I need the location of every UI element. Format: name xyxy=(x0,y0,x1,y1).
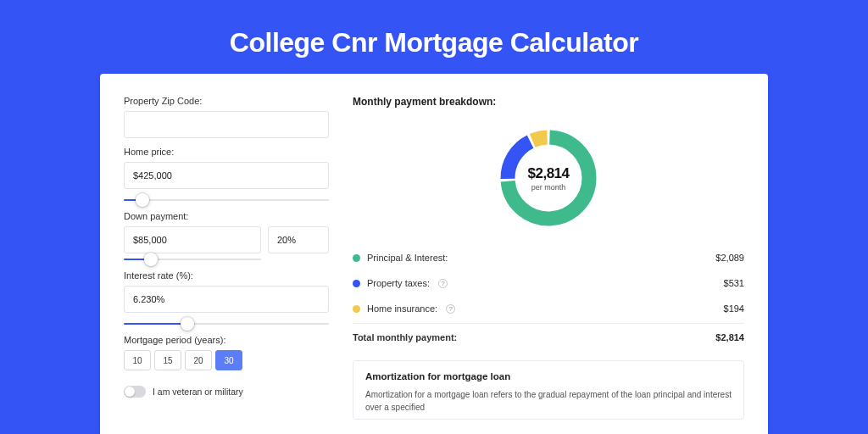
legend-value-taxes: $531 xyxy=(724,278,744,288)
legend-label-taxes: Property taxes: xyxy=(367,278,430,288)
legend-value-principal: $2,089 xyxy=(715,253,744,263)
legend-dot-taxes xyxy=(353,280,360,287)
home-price-slider[interactable] xyxy=(124,196,329,204)
slider-thumb[interactable] xyxy=(181,317,194,331)
legend: Principal & Interest:$2,089Property taxe… xyxy=(353,245,744,350)
monthly-total-sub: per month xyxy=(531,183,566,192)
info-icon[interactable]: ? xyxy=(446,304,455,314)
down-payment-label: Down payment: xyxy=(124,211,329,221)
page-title: College Cnr Mortgage Calculator xyxy=(230,27,638,58)
legend-value-insurance: $194 xyxy=(724,303,744,314)
interest-rate-slider[interactable] xyxy=(124,320,329,328)
legend-label-insurance: Home insurance: xyxy=(367,303,437,314)
legend-row-insurance: Home insurance:?$194 xyxy=(353,296,744,321)
amortization-title: Amortization for mortgage loan xyxy=(365,371,732,381)
input-panel: Property Zip Code: Home price: Down paym… xyxy=(124,96,329,434)
veteran-toggle[interactable] xyxy=(124,386,146,398)
legend-label-principal: Principal & Interest: xyxy=(367,253,448,263)
legend-dot-principal xyxy=(353,254,360,262)
slider-thumb[interactable] xyxy=(136,193,149,207)
period-option-30[interactable]: 30 xyxy=(215,350,242,370)
down-payment-percent-input[interactable] xyxy=(268,226,329,253)
monthly-total-amount: $2,814 xyxy=(528,165,570,182)
period-option-15[interactable]: 15 xyxy=(154,350,181,370)
slider-thumb[interactable] xyxy=(144,253,158,266)
info-icon[interactable]: ? xyxy=(438,279,448,288)
zip-input[interactable] xyxy=(124,111,329,138)
home-price-label: Home price: xyxy=(124,147,329,157)
legend-row-principal: Principal & Interest:$2,089 xyxy=(353,245,744,270)
home-price-input[interactable] xyxy=(124,162,329,189)
veteran-label: I am veteran or military xyxy=(153,387,243,397)
amortization-body: Amortization for a mortgage loan refers … xyxy=(365,388,732,414)
period-option-10[interactable]: 10 xyxy=(124,350,151,370)
down-payment-slider[interactable] xyxy=(124,255,261,264)
legend-value-total: $2,814 xyxy=(715,332,744,342)
zip-label: Property Zip Code: xyxy=(124,96,329,106)
calculator-card: Property Zip Code: Home price: Down paym… xyxy=(100,74,768,434)
mortgage-period-options: 10152030 xyxy=(124,350,329,370)
donut-chart: $2,814 per month xyxy=(353,114,744,242)
breakdown-title: Monthly payment breakdown: xyxy=(353,96,744,108)
interest-rate-input[interactable] xyxy=(124,286,329,313)
toggle-knob xyxy=(125,387,135,397)
down-payment-amount-input[interactable] xyxy=(124,226,261,253)
legend-row-total: Total monthly payment:$2,814 xyxy=(353,323,744,350)
amortization-box: Amortization for mortgage loan Amortizat… xyxy=(353,360,744,420)
breakdown-panel: Monthly payment breakdown: $2,814 per mo… xyxy=(353,96,744,434)
mortgage-period-label: Mortgage period (years): xyxy=(124,335,329,345)
legend-row-taxes: Property taxes:?$531 xyxy=(353,270,744,296)
interest-rate-label: Interest rate (%): xyxy=(124,270,329,281)
legend-dot-insurance xyxy=(353,305,360,313)
period-option-20[interactable]: 20 xyxy=(185,350,212,370)
legend-label-total: Total monthly payment: xyxy=(353,332,457,342)
